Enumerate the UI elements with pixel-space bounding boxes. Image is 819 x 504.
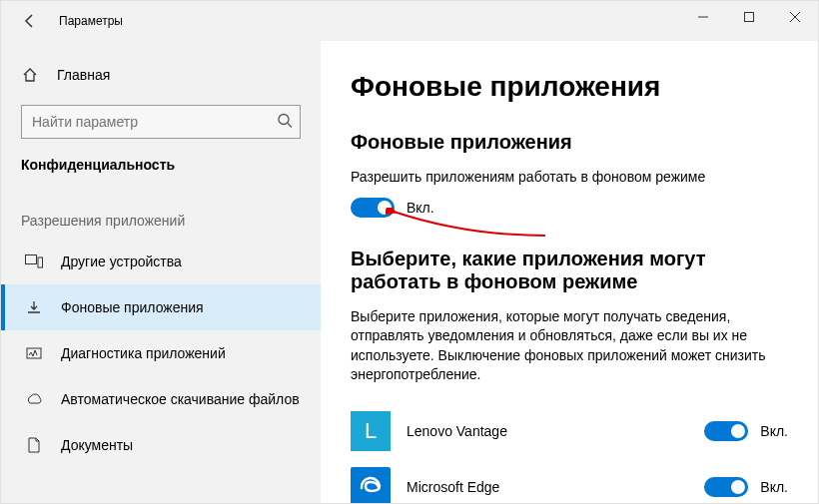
sidebar-group: Разрешения приложений — [1, 213, 321, 229]
sidebar-item-app-diagnostics[interactable]: Диагностика приложений — [1, 330, 321, 376]
master-toggle-row: Вкл. — [351, 198, 788, 218]
app-toggle-lenovo[interactable] — [704, 421, 748, 441]
app-icon-edge — [351, 467, 391, 503]
window-title: Параметры — [59, 14, 123, 28]
minimize-button[interactable] — [680, 1, 726, 33]
back-arrow-icon — [22, 13, 38, 29]
sidebar-item-documents[interactable]: Документы — [1, 422, 321, 468]
sidebar-item-label: Документы — [61, 437, 133, 453]
app-row-edge: Microsoft Edge Вкл. — [351, 459, 788, 503]
home-icon — [21, 67, 39, 83]
page-title: Фоновые приложения — [351, 71, 788, 103]
close-button[interactable] — [772, 1, 818, 33]
devices-icon — [25, 254, 43, 268]
search-input[interactable] — [21, 105, 301, 139]
section-heading-1: Фоновые приложения — [351, 131, 788, 154]
app-toggle-label: Вкл. — [760, 423, 788, 439]
sidebar-item-label: Другие устройства — [61, 253, 182, 269]
maximize-icon — [744, 12, 754, 22]
sidebar-item-other-devices[interactable]: Другие устройства — [1, 239, 321, 284]
app-row-lenovo: L Lenovo Vantage Вкл. — [351, 403, 788, 459]
sidebar-item-label: Диагностика приложений — [61, 345, 226, 361]
svg-rect-1 — [745, 13, 754, 22]
cloud-icon — [25, 392, 43, 406]
home-label: Главная — [57, 67, 110, 83]
minimize-icon — [698, 12, 708, 22]
sidebar: Главная Конфиденциальность Разрешения пр… — [1, 41, 321, 503]
app-name: Lenovo Vantage — [407, 423, 688, 439]
svg-rect-6 — [26, 255, 37, 264]
sidebar-item-auto-downloads[interactable]: Автоматическое скачивание файлов — [1, 376, 321, 422]
sidebar-item-background-apps[interactable]: Фоновые приложения — [1, 284, 321, 330]
master-toggle[interactable] — [351, 198, 395, 218]
app-toggle-edge[interactable] — [704, 477, 748, 497]
window-controls — [680, 1, 818, 33]
app-icon-lenovo: L — [351, 411, 391, 451]
sidebar-item-label: Автоматическое скачивание файлов — [61, 391, 300, 407]
search-wrap — [21, 105, 301, 139]
master-toggle-label: Вкл. — [407, 200, 434, 216]
section-desc-1: Разрешить приложениям работать в фоновом… — [351, 168, 780, 188]
diagnostics-icon — [25, 345, 43, 361]
maximize-button[interactable] — [726, 1, 772, 33]
download-icon — [25, 299, 43, 315]
svg-line-5 — [288, 124, 292, 128]
app-name: Microsoft Edge — [407, 479, 688, 495]
svg-point-4 — [279, 115, 289, 125]
app-toggle-label: Вкл. — [760, 479, 788, 495]
home-nav[interactable]: Главная — [1, 55, 321, 95]
section-heading-2: Выберите, какие приложения могут работат… — [351, 248, 788, 293]
section-desc-2: Выберите приложения, которые могут получ… — [351, 307, 780, 385]
sidebar-section: Конфиденциальность — [1, 157, 321, 173]
close-icon — [790, 12, 800, 22]
sidebar-item-label: Фоновые приложения — [61, 299, 204, 315]
content: Фоновые приложения Фоновые приложения Ра… — [321, 41, 818, 503]
document-icon — [25, 437, 43, 453]
svg-rect-7 — [38, 257, 43, 267]
search-icon — [277, 113, 293, 132]
back-button[interactable] — [19, 10, 41, 32]
